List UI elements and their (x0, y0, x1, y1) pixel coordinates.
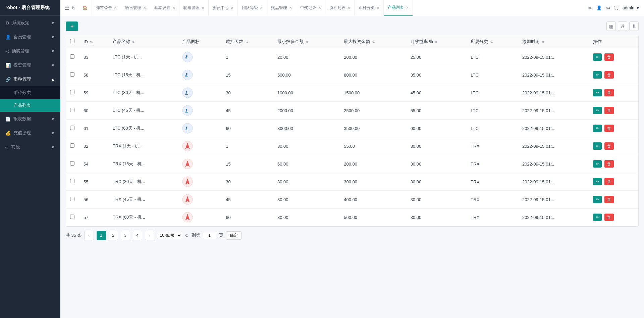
svg-text:Ł: Ł (185, 72, 189, 78)
row-checkbox[interactable] (70, 215, 74, 219)
edit-button[interactable]: ✏ (593, 142, 602, 150)
goto-confirm-button[interactable]: 确定 (226, 231, 241, 240)
tab-product[interactable]: 产品列表 ✕ (384, 0, 413, 16)
col-max-invest[interactable]: 最大投资金额 ⇅ (340, 35, 406, 48)
tab-coin-cat[interactable]: 币种分类 ✕ (355, 0, 384, 16)
sidebar-item-lottery[interactable]: ◎ 抽奖管理 ▼ (0, 44, 60, 58)
close-icon[interactable]: ✕ (172, 6, 175, 10)
col-min-invest[interactable]: 最小投资金额 ⇅ (273, 35, 340, 48)
row-checkbox[interactable] (70, 126, 74, 130)
close-icon[interactable]: ✕ (202, 6, 204, 10)
sidebar-item-coin[interactable]: 🔗 币种管理 ▲ (0, 72, 60, 86)
col-monthly-rate[interactable]: 月收益率 % ⇅ (407, 35, 467, 48)
edit-button[interactable]: ✏ (593, 178, 602, 185)
row-checkbox[interactable] (70, 108, 74, 112)
delete-button[interactable]: 🗑 (604, 107, 614, 114)
tab-popup[interactable]: 弹窗公告 ✕ (92, 0, 121, 16)
page-3-button[interactable]: 3 (121, 231, 130, 240)
delete-button[interactable]: 🗑 (604, 71, 614, 79)
select-all-checkbox[interactable] (70, 39, 74, 43)
cell-add-time: 2022-09-15 01:... (518, 191, 589, 209)
row-checkbox[interactable] (70, 54, 74, 59)
delete-button[interactable]: 🗑 (604, 160, 614, 168)
col-name[interactable]: 产品名称 ⇅ (109, 35, 178, 48)
tab-vip[interactable]: 会员中心 ✕ (209, 0, 238, 16)
sidebar-item-product-list[interactable]: 产品列表 (0, 99, 60, 112)
col-id[interactable]: ID ⇅ (79, 35, 109, 48)
delete-button[interactable]: 🗑 (604, 53, 614, 61)
tab-home[interactable]: 🏠 (78, 0, 92, 16)
edit-button[interactable]: ✏ (593, 53, 602, 61)
col-days[interactable]: 质押天数 ⇅ (222, 35, 273, 48)
tab-prize[interactable]: 奖品管理 ✕ (267, 0, 296, 16)
per-page-select[interactable]: 10 条/页 20 条/页 50 条/页 (157, 232, 182, 239)
print-button[interactable]: 🖨 (618, 21, 627, 31)
page-1-button[interactable]: 1 (97, 231, 106, 240)
add-product-button[interactable]: + (66, 21, 78, 31)
cell-id: 61 (79, 120, 109, 137)
sidebar-item-coin-category[interactable]: 币种分类 (0, 86, 60, 99)
cell-max-invest: 300.00 (340, 173, 406, 191)
row-checkbox[interactable] (70, 90, 74, 94)
avatar-icon[interactable]: 👤 (596, 5, 602, 10)
edit-button[interactable]: ✏ (593, 196, 602, 203)
cell-min-invest: 500.00 (273, 66, 340, 84)
tab-lang[interactable]: 语言管理 ✕ (121, 0, 150, 16)
row-checkbox[interactable] (70, 179, 74, 183)
sidebar-item-member[interactable]: 👤 会员管理 ▼ (0, 30, 60, 44)
close-icon[interactable]: ✕ (318, 6, 321, 10)
close-icon[interactable]: ✕ (377, 6, 379, 10)
edit-button[interactable]: ✏ (593, 125, 602, 132)
close-icon[interactable]: ✕ (260, 6, 263, 10)
close-icon[interactable]: ✕ (347, 6, 350, 10)
col-category[interactable]: 所属分类 ⇅ (467, 35, 518, 48)
grid-view-button[interactable]: ▦ (606, 21, 616, 31)
col-add-time[interactable]: 添加时间 ⇅ (518, 35, 589, 48)
row-checkbox[interactable] (70, 197, 74, 201)
tab-records[interactable]: 中奖记录 ✕ (296, 0, 325, 16)
delete-button[interactable]: 🗑 (604, 125, 614, 132)
delete-button[interactable]: 🗑 (604, 142, 614, 150)
next-page-button[interactable]: › (145, 231, 154, 240)
tag-icon[interactable]: 🏷 (606, 5, 610, 10)
page-4-button[interactable]: 4 (133, 231, 142, 240)
more-tabs-icon[interactable]: ≫ (588, 5, 592, 10)
row-checkbox[interactable] (70, 161, 74, 166)
close-icon[interactable]: ✕ (231, 6, 233, 10)
tab-wheel[interactable]: 轮播管理 ✕ (179, 0, 209, 16)
sidebar-item-system[interactable]: ⚙ 系统设定 ▼ (0, 16, 60, 30)
page-2-button[interactable]: 2 (109, 231, 118, 240)
prev-page-button[interactable]: ‹ (85, 231, 94, 240)
tab-team[interactable]: 团队等级 ✕ (238, 0, 267, 16)
close-icon[interactable]: ✕ (289, 6, 292, 10)
refresh-icon[interactable]: ↻ (185, 233, 189, 238)
tab-basic[interactable]: 基本设置 ✕ (150, 0, 179, 16)
collapse-sidebar-icon[interactable]: ☰ (64, 5, 69, 11)
edit-button[interactable]: ✏ (593, 89, 602, 96)
edit-button[interactable]: ✏ (593, 214, 602, 221)
sidebar-item-recharge[interactable]: 💰 充值提现 ▼ (0, 126, 60, 140)
delete-button[interactable]: 🗑 (604, 214, 614, 221)
edit-button[interactable]: ✏ (593, 71, 602, 79)
refresh-page-icon[interactable]: ↻ (72, 5, 76, 11)
delete-button[interactable]: 🗑 (604, 196, 614, 203)
close-icon[interactable]: ✕ (114, 6, 117, 10)
sidebar-item-report[interactable]: 📄 报表数据 ▼ (0, 112, 60, 126)
close-icon[interactable]: ✕ (143, 6, 146, 10)
close-icon[interactable]: ✕ (406, 6, 409, 9)
fullscreen-icon[interactable]: ⛶ (614, 5, 619, 10)
col-action: 操作 (589, 35, 638, 48)
row-checkbox[interactable] (70, 72, 74, 77)
edit-button[interactable]: ✏ (593, 107, 602, 114)
tab-pledge[interactable]: 质押列表 ✕ (325, 0, 355, 16)
sidebar-item-other[interactable]: ∞ 其他 ▼ (0, 140, 60, 154)
sidebar-item-invest[interactable]: 📊 投资管理 ▼ (0, 58, 60, 72)
admin-dropdown[interactable]: admin ▼ (623, 5, 640, 10)
row-checkbox[interactable] (70, 143, 74, 148)
cell-monthly-rate: 25.00 (407, 48, 467, 66)
export-button[interactable]: ⬇ (629, 21, 639, 31)
edit-button[interactable]: ✏ (593, 160, 602, 168)
goto-page-input[interactable] (203, 232, 216, 239)
delete-button[interactable]: 🗑 (604, 178, 614, 185)
delete-button[interactable]: 🗑 (604, 89, 614, 96)
